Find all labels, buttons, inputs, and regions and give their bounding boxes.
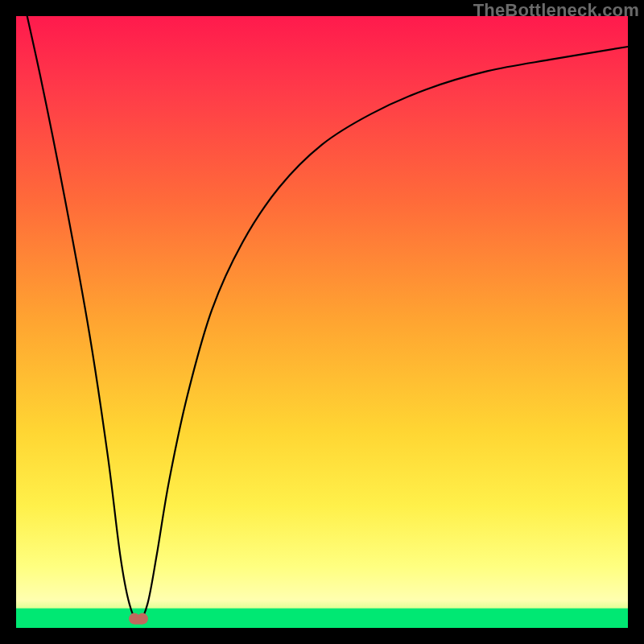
gradient-background (16, 16, 628, 628)
chart-frame (16, 16, 628, 628)
bottom-green-band (16, 609, 628, 628)
watermark-text: TheBottleneck.com (473, 0, 639, 21)
svg-rect-2 (134, 618, 142, 625)
chart-svg (16, 16, 628, 628)
